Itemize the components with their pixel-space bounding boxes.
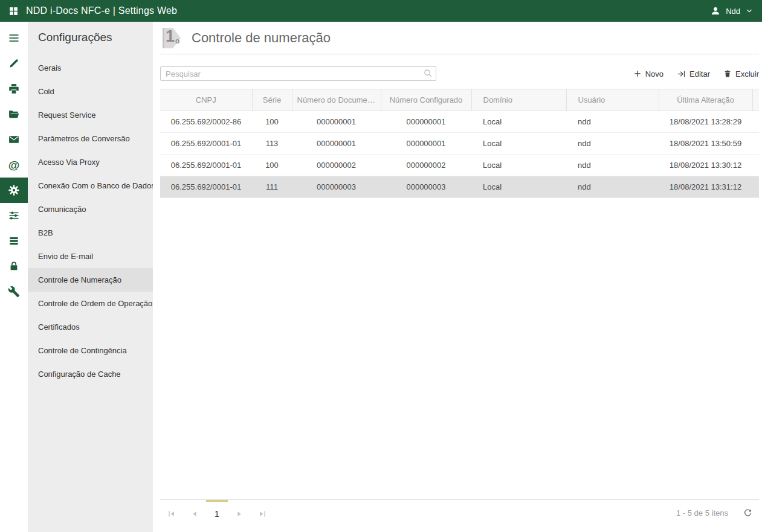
sidebar-item[interactable]: Acesso Via Proxy — [28, 150, 153, 174]
table-cell: Local — [471, 155, 566, 176]
table-cell: ndd — [566, 176, 659, 198]
sidebar-title: Configurações — [28, 22, 153, 56]
wrench-icon[interactable] — [0, 279, 28, 304]
at-icon[interactable]: @ — [0, 152, 28, 178]
table-row[interactable]: 06.255.692/0002-86100000000001000000001L… — [160, 111, 759, 133]
trash-icon — [723, 69, 732, 78]
pager: 1 1 - 5 de 5 itens — [160, 499, 759, 526]
row-spacer — [752, 133, 759, 155]
table-cell: 18/08/2021 13:50:59 — [659, 133, 752, 155]
column-header[interactable]: Número Configurado — [381, 89, 471, 111]
icon-rail: @ — [0, 22, 28, 532]
delete-button-label: Excluir — [735, 69, 759, 79]
table-cell: ndd — [566, 111, 659, 133]
table-cell: 000000003 — [381, 176, 471, 198]
search-icon[interactable] — [423, 68, 433, 81]
folder-icon[interactable] — [0, 101, 28, 127]
printer-icon[interactable] — [0, 76, 28, 101]
edit-button-label: Editar — [689, 69, 710, 79]
app-title: NDD i-Docs NFC-e | Settings Web — [26, 5, 177, 16]
table-cell: 100 — [252, 111, 292, 133]
layers-icon[interactable] — [0, 228, 28, 254]
user-menu[interactable]: Ndd — [710, 5, 754, 16]
chevron-down-icon — [745, 7, 754, 15]
table-cell: Local — [471, 176, 566, 198]
table-cell: 06.255.692/0001-01 — [160, 155, 252, 176]
grid-area: CNPJSérieNúmero do DocumentoNúmero Confi… — [160, 89, 759, 499]
sidebar-item[interactable]: Request Service — [28, 103, 153, 127]
table-cell: 18/08/2021 13:31:12 — [659, 176, 752, 198]
table-row[interactable]: 06.255.692/0001-01100000000002000000002L… — [160, 155, 759, 176]
table-cell: ndd — [566, 133, 659, 155]
column-header[interactable]: Usuário — [566, 89, 659, 111]
pen-icon[interactable] — [0, 51, 28, 76]
refresh-button[interactable] — [743, 508, 753, 518]
table-cell: 000000003 — [292, 176, 381, 198]
menu-icon[interactable] — [0, 25, 28, 51]
table-cell: 000000001 — [381, 111, 471, 133]
column-header[interactable]: Domínio — [471, 89, 566, 111]
table-cell: 06.255.692/0002-86 — [160, 111, 252, 133]
envelope-icon[interactable] — [0, 127, 28, 152]
row-spacer — [752, 176, 759, 198]
table-cell: 18/08/2021 13:30:12 — [659, 155, 752, 176]
table-cell: Local — [471, 111, 566, 133]
sidebar-item[interactable]: Conexão Com o Banco de Dados — [28, 174, 153, 197]
sliders-icon[interactable] — [0, 203, 28, 228]
settings-sidebar: Configurações GeraisColdRequest ServiceP… — [28, 22, 153, 532]
sidebar-item[interactable]: Certificados — [28, 315, 153, 339]
new-button-label: Novo — [645, 69, 664, 79]
first-page-button[interactable] — [160, 500, 183, 526]
new-button[interactable]: Novo — [633, 69, 664, 79]
apps-grid-icon[interactable] — [8, 6, 19, 16]
plus-icon — [633, 69, 642, 78]
sidebar-item[interactable]: Comunicação — [28, 197, 153, 221]
sidebar-item[interactable]: Parâmetros de Conversão — [28, 127, 153, 150]
controls-row: Novo Editar — [160, 66, 759, 81]
table-cell: 18/08/2021 13:28:29 — [659, 111, 752, 133]
numbering-table: CNPJSérieNúmero do DocumentoNúmero Confi… — [160, 89, 759, 198]
search-input[interactable] — [160, 66, 436, 81]
header-spacer — [752, 89, 759, 111]
sidebar-item[interactable]: Controle de Contingência — [28, 339, 153, 362]
user-icon — [710, 5, 721, 16]
numbering-icon: 1 o — [160, 27, 187, 50]
sidebar-item[interactable]: B2B — [28, 221, 153, 245]
table-cell: 000000001 — [292, 111, 381, 133]
user-name: Ndd — [726, 7, 740, 16]
page-title: Controle de numeração — [192, 30, 331, 46]
sidebar-item[interactable]: Configuração de Cache — [28, 362, 153, 386]
column-header[interactable]: Série — [252, 89, 292, 111]
table-cell: 000000001 — [381, 133, 471, 155]
delete-button[interactable]: Excluir — [723, 69, 759, 79]
pager-info: 1 - 5 de 5 itens — [676, 508, 728, 518]
page-number[interactable]: 1 — [206, 500, 228, 526]
lock-icon[interactable] — [0, 254, 28, 279]
sidebar-item[interactable]: Envio de E-mail — [28, 245, 153, 268]
sidebar-item[interactable]: Controle de Numeração — [28, 268, 153, 292]
grid-toolbar: Novo Editar — [633, 69, 759, 79]
edit-icon — [677, 69, 686, 79]
column-header[interactable]: Número do Documento — [292, 89, 381, 111]
table-cell: 111 — [252, 176, 292, 198]
sidebar-list: GeraisColdRequest ServiceParâmetros de C… — [28, 56, 153, 386]
sidebar-item[interactable]: Cold — [28, 80, 153, 103]
app-window: NDD i-Docs NFC-e | Settings Web Ndd — [0, 0, 762, 532]
column-header[interactable]: Última Alteração — [659, 89, 752, 111]
prev-page-button[interactable] — [183, 500, 206, 526]
next-page-button[interactable] — [228, 500, 251, 526]
last-page-button[interactable] — [251, 500, 274, 526]
topbar: NDD i-Docs NFC-e | Settings Web Ndd — [0, 0, 762, 22]
edit-button[interactable]: Editar — [677, 69, 710, 79]
page-header: 1 o Controle de numeração — [160, 22, 759, 54]
table-cell: ndd — [566, 155, 659, 176]
column-header[interactable]: CNPJ — [160, 89, 252, 111]
table-row[interactable]: 06.255.692/0001-01113000000001000000001L… — [160, 133, 759, 155]
table-cell: 100 — [252, 155, 292, 176]
sidebar-item[interactable]: Gerais — [28, 56, 153, 80]
table-row[interactable]: 06.255.692/0001-01111000000003000000003L… — [160, 176, 759, 198]
row-spacer — [752, 111, 759, 133]
row-spacer — [752, 155, 759, 176]
gear-icon[interactable] — [0, 178, 28, 203]
sidebar-item[interactable]: Controle de Ordem de Operação — [28, 292, 153, 315]
